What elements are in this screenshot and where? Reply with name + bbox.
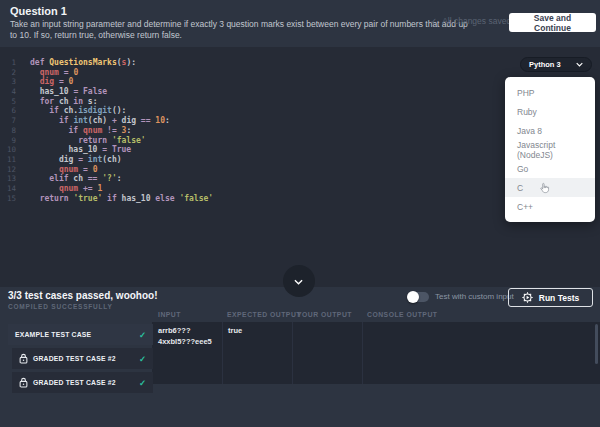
column-divider xyxy=(362,322,363,384)
line-number: 2 xyxy=(0,68,16,78)
code-token: 0 xyxy=(69,77,74,86)
toggle-knob-icon xyxy=(407,291,419,303)
dropdown-option-ruby[interactable]: Ruby xyxy=(505,102,595,121)
code-token xyxy=(30,194,40,203)
code-token: qnum xyxy=(59,184,78,193)
passed-check-icon: ✓ xyxy=(139,378,146,388)
code-lines[interactable]: def QuestionsMarks(s): qnum = 0 dig = 0 … xyxy=(30,58,213,203)
test-case-label: GRADED TEST CASE #2 xyxy=(33,355,116,362)
line-number: 10 xyxy=(0,145,16,155)
code-line: elif ch == '?': xyxy=(30,174,213,184)
code-token xyxy=(30,77,40,86)
code-token: return xyxy=(78,136,107,145)
test-case-row[interactable]: GRADED TEST CASE #2✓ xyxy=(12,372,153,393)
test-output-area: arrb6??? 4xxbl5???eee5 true xyxy=(152,322,600,384)
language-dropdown: PHPRubyJava 8Javascript (NodeJS)GoCC++ xyxy=(505,77,595,222)
dropdown-option-label: PHP xyxy=(517,88,534,98)
code-token: def xyxy=(30,58,44,67)
code-token: : xyxy=(126,126,131,135)
dropdown-option-label: C++ xyxy=(517,202,533,212)
code-token: 1 xyxy=(97,184,102,193)
language-select[interactable]: Python 3 xyxy=(520,57,592,72)
code-token: 10 xyxy=(155,116,165,125)
custom-input-label: Test with custom input xyxy=(435,292,514,301)
code-token: if xyxy=(107,194,117,203)
collapse-panel-button[interactable] xyxy=(283,265,315,297)
dropdown-option-php[interactable]: PHP xyxy=(505,83,595,102)
code-token: s: xyxy=(83,97,97,106)
code-token: 'false' xyxy=(112,136,146,145)
passed-check-icon: ✓ xyxy=(139,330,146,340)
line-number: 11 xyxy=(0,155,16,165)
line-number: 4 xyxy=(0,87,16,97)
test-case-row[interactable]: GRADED TEST CASE #2✓ xyxy=(12,348,153,369)
dropdown-option-java-8[interactable]: Java 8 xyxy=(505,121,595,140)
question-description: Take an input string parameter and deter… xyxy=(10,19,490,41)
code-token: (ch) xyxy=(88,116,112,125)
dropdown-option-c[interactable]: C xyxy=(505,178,595,197)
column-header-your-output: YOUR OUTPUT xyxy=(297,311,352,318)
column-divider xyxy=(222,322,223,384)
column-header-expected: EXPECTED OUTPUT xyxy=(227,311,301,318)
code-line: if qnum != 3: xyxy=(30,126,213,136)
code-token: : xyxy=(165,116,170,125)
test-case-row[interactable]: EXAMPLE TEST CASE✓ xyxy=(8,324,153,345)
line-number: 14 xyxy=(0,184,16,194)
code-line: if ch.isdigit(): xyxy=(30,106,213,116)
code-token: for xyxy=(40,97,54,106)
code-line: has_10 = True xyxy=(30,145,213,155)
code-token: else xyxy=(155,194,174,203)
code-token: if xyxy=(69,126,79,135)
code-token: ch xyxy=(54,97,73,106)
code-token: dig xyxy=(59,155,73,164)
code-token: isdigit xyxy=(78,106,112,115)
save-and-continue-button[interactable]: Save and Continue xyxy=(509,13,596,32)
code-token xyxy=(30,106,49,115)
code-line: qnum = 0 xyxy=(30,165,213,175)
lock-icon xyxy=(19,353,28,364)
code-token: '?' xyxy=(102,174,116,183)
code-line: if int(ch) + dig == 10: xyxy=(30,116,213,126)
code-token: 0 xyxy=(93,165,98,174)
gear-play-icon xyxy=(522,292,533,303)
code-token: QuestionsMarks xyxy=(49,58,116,67)
save-status: ✓ All changes saved xyxy=(430,16,511,26)
run-tests-label: Run Tests xyxy=(539,293,579,303)
column-header-input: INPUT xyxy=(158,311,181,318)
code-token: int xyxy=(73,116,87,125)
check-icon: ✓ xyxy=(430,16,437,26)
code-token: dig xyxy=(117,116,141,125)
code-token xyxy=(30,116,59,125)
run-tests-button[interactable]: Run Tests xyxy=(508,288,593,307)
code-token xyxy=(30,87,40,96)
code-token: has_10 xyxy=(117,194,156,203)
dropdown-option-javascript-nodejs-[interactable]: Javascript (NodeJS) xyxy=(505,140,595,159)
column-divider xyxy=(292,322,293,384)
code-editor[interactable]: 123456789101112131415 def QuestionsMarks… xyxy=(0,47,600,287)
custom-input-toggle[interactable] xyxy=(408,292,429,302)
question-header: Question 1 Take an input string paramete… xyxy=(0,0,600,47)
code-token xyxy=(30,174,49,183)
page-title: Question 1 xyxy=(10,5,67,17)
dropdown-option-label: Javascript (NodeJS) xyxy=(517,140,583,160)
code-line: for ch in s: xyxy=(30,97,213,107)
code-line: def QuestionsMarks(s): xyxy=(30,58,213,68)
line-number: 1 xyxy=(0,58,16,68)
dropdown-option-c-[interactable]: C++ xyxy=(505,197,595,216)
compile-status: COMPILED SUCCESSFULLY xyxy=(8,303,113,310)
code-token: in xyxy=(73,97,83,106)
code-token: : xyxy=(117,174,122,183)
code-token: += xyxy=(83,184,93,193)
dropdown-option-go[interactable]: Go xyxy=(505,159,595,178)
code-line: qnum += 1 xyxy=(30,184,213,194)
code-line: return 'false' xyxy=(30,136,213,146)
scrollbar-thumb[interactable] xyxy=(595,324,598,364)
code-token xyxy=(30,136,78,145)
code-token: ch. xyxy=(59,106,78,115)
code-token xyxy=(30,145,69,154)
code-token: if xyxy=(59,116,69,125)
lock-icon xyxy=(19,377,28,388)
test-status-title: 3/3 test cases passed, woohoo! xyxy=(8,290,158,301)
code-line: return 'true' if has_10 else 'false' xyxy=(30,194,213,204)
line-number: 5 xyxy=(0,97,16,107)
